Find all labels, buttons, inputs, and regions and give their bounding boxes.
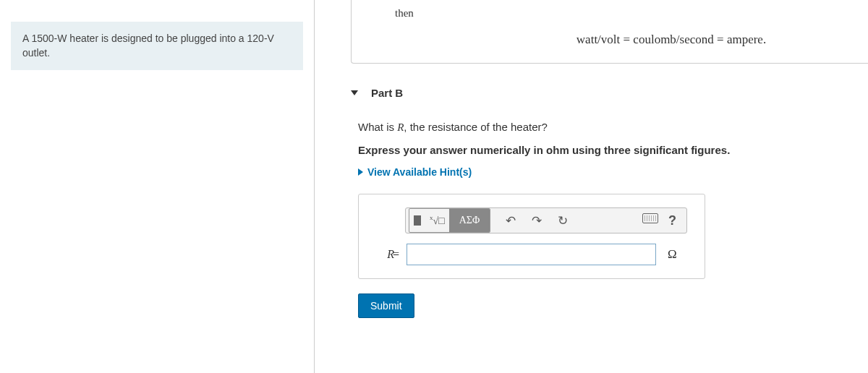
equation-toolbar: x√□ ΑΣΦ ↶ ↷ ↻ ?: [405, 207, 687, 233]
answer-var-label: R =: [367, 248, 399, 261]
problem-statement: A 1500-W heater is designed to be plugge…: [11, 22, 303, 70]
keyboard-icon: [642, 213, 658, 223]
view-hints-link[interactable]: View Available Hint(s): [358, 166, 868, 178]
left-panel: A 1500-W heater is designed to be plugge…: [0, 0, 315, 373]
question-prefix: What is: [358, 121, 397, 133]
hints-label: View Available Hint(s): [367, 166, 472, 178]
right-panel: then watt/volt = coulomb/second = ampere…: [315, 0, 868, 373]
greek-label: ΑΣΦ: [454, 215, 486, 226]
hint-then: then: [395, 7, 846, 20]
format-toggle-group: x√□ ΑΣΦ: [409, 208, 490, 233]
previous-hint-box: then watt/volt = coulomb/second = ampere…: [351, 0, 868, 64]
greek-button[interactable]: ΑΣΦ: [449, 209, 490, 232]
undo-icon: ↶: [506, 213, 516, 228]
question-text: What is R, the resistance of the heater?: [358, 121, 868, 134]
sqrt-icon: x√□: [430, 214, 445, 227]
keyboard-button[interactable]: [642, 213, 658, 223]
redo-icon: ↷: [532, 213, 542, 228]
redo-button[interactable]: ↷: [529, 213, 544, 228]
radical-button[interactable]: x√□: [425, 209, 449, 232]
help-button[interactable]: ?: [668, 213, 676, 228]
part-header[interactable]: Part B: [351, 64, 868, 121]
undo-button[interactable]: ↶: [503, 213, 518, 228]
hint-equation: watt/volt = coulomb/second = ampere.: [395, 33, 846, 47]
disclosure-triangle-icon: [351, 90, 358, 95]
question-var: R: [397, 121, 404, 133]
answer-box: x√□ ΑΣΦ ↶ ↷ ↻ ? R =: [358, 194, 705, 279]
answer-input-row: R = Ω: [367, 244, 696, 265]
question-suffix: , the resistance of the heater?: [404, 121, 547, 133]
submit-button[interactable]: Submit: [358, 293, 414, 318]
rect-icon: [414, 215, 421, 226]
reset-button[interactable]: ↻: [556, 213, 570, 228]
answer-instruction: Express your answer numerically in ohm u…: [358, 144, 868, 156]
reset-icon: ↻: [558, 213, 568, 228]
answer-input[interactable]: [407, 244, 656, 265]
part-title: Part B: [371, 87, 403, 99]
help-icon: ?: [668, 213, 676, 228]
answer-unit: Ω: [668, 247, 677, 262]
template-button[interactable]: [409, 209, 425, 232]
equals-sign: =: [393, 248, 399, 260]
chevron-right-icon: [358, 168, 363, 176]
